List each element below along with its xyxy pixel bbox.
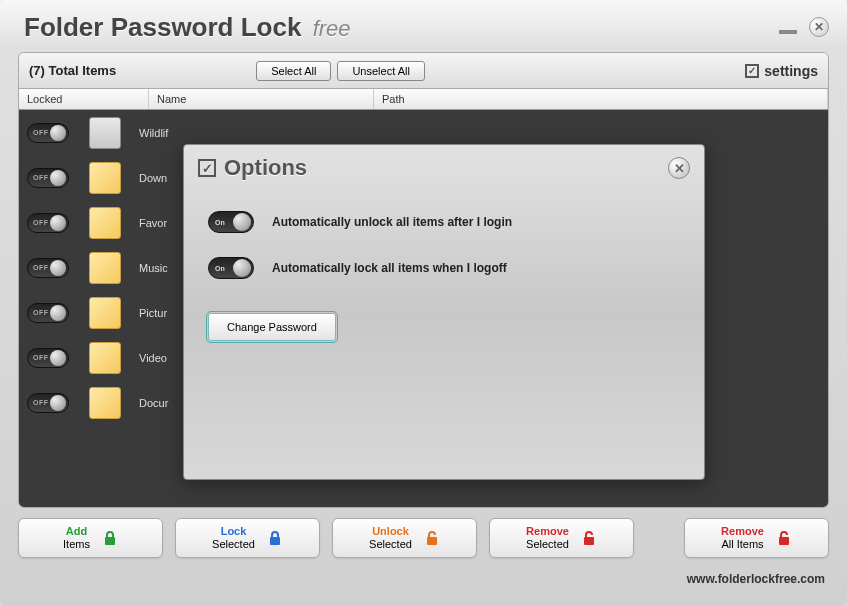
dialog-close-icon[interactable]: ✕ — [668, 157, 690, 179]
app-title: Folder Password Lock free — [24, 12, 351, 43]
row-name: Docur — [139, 397, 168, 409]
row-name: Down — [139, 172, 167, 184]
row-name: Video — [139, 352, 167, 364]
option-auto-unlock: On Automatically unlock all items after … — [208, 211, 680, 233]
lock-toggle[interactable]: OFF — [27, 348, 69, 368]
unlock-removeall-icon — [776, 530, 792, 546]
lock-toggle[interactable]: OFF — [27, 168, 69, 188]
lock-toggle[interactable]: OFF — [27, 393, 69, 413]
toggle-knob — [233, 259, 251, 277]
toolbar: (7) Total Items Select All Unselect All … — [19, 53, 828, 89]
total-items-label: (7) Total Items — [29, 63, 116, 78]
column-locked[interactable]: Locked — [19, 89, 149, 109]
dialog-body: On Automatically unlock all items after … — [184, 191, 704, 361]
unlock-icon — [424, 530, 440, 546]
toggle-knob — [50, 260, 66, 276]
column-name[interactable]: Name — [149, 89, 374, 109]
auto-unlock-toggle[interactable]: On — [208, 211, 254, 233]
lock-toggle[interactable]: OFF — [27, 123, 69, 143]
svg-rect-1 — [270, 537, 280, 545]
bottom-actions: AddItems LockSelected UnlockSelected Rem… — [0, 508, 847, 568]
lock-toggle[interactable]: OFF — [27, 213, 69, 233]
titlebar: Folder Password Lock free ✕ — [0, 0, 847, 52]
footer: www.folderlockfree.com — [0, 568, 847, 594]
select-all-button[interactable]: Select All — [256, 61, 331, 81]
folder-icon — [89, 252, 121, 284]
toggle-knob — [50, 215, 66, 231]
check-icon: ✓ — [198, 159, 216, 177]
remove-selected-button[interactable]: RemoveSelected — [489, 518, 634, 558]
window-controls: ✕ — [779, 17, 829, 37]
row-name: Wildlif — [139, 127, 168, 139]
toggle-knob — [50, 125, 66, 141]
app-window: Folder Password Lock free ✕ (7) Total It… — [0, 0, 847, 606]
row-name: Favor — [139, 217, 167, 229]
app-name: Folder Password Lock — [24, 12, 301, 42]
minimize-icon[interactable] — [779, 30, 797, 34]
lock-toggle[interactable]: OFF — [27, 303, 69, 323]
toolbar-buttons: Select All Unselect All — [256, 61, 425, 81]
toggle-knob — [50, 305, 66, 321]
footer-url[interactable]: www.folderlockfree.com — [687, 572, 825, 586]
lock-selected-button[interactable]: LockSelected — [175, 518, 320, 558]
toggle-knob — [233, 213, 251, 231]
option-auto-lock: On Automatically lock all items when I l… — [208, 257, 680, 279]
toggle-knob — [50, 350, 66, 366]
folder-icon — [89, 342, 121, 374]
lock-icon — [267, 530, 283, 546]
unlock-remove-icon — [581, 530, 597, 546]
settings-button[interactable]: ✓ settings — [745, 63, 818, 79]
auto-lock-toggle[interactable]: On — [208, 257, 254, 279]
change-password-button[interactable]: Change Password — [208, 313, 336, 341]
dialog-title: ✓ Options — [198, 155, 307, 181]
toggle-knob — [50, 170, 66, 186]
remove-all-button[interactable]: RemoveAll Items — [684, 518, 829, 558]
auto-lock-label: Automatically lock all items when I logo… — [272, 261, 507, 275]
app-edition: free — [313, 16, 351, 41]
folder-icon — [89, 297, 121, 329]
svg-rect-3 — [584, 537, 594, 545]
lock-toggle[interactable]: OFF — [27, 258, 69, 278]
options-dialog: ✓ Options ✕ On Automatically unlock all … — [183, 144, 705, 480]
row-name: Music — [139, 262, 168, 274]
toggle-knob — [50, 395, 66, 411]
folder-icon — [89, 162, 121, 194]
folder-icon — [89, 207, 121, 239]
add-items-button[interactable]: AddItems — [18, 518, 163, 558]
row-name: Pictur — [139, 307, 167, 319]
folder-icon — [89, 387, 121, 419]
close-icon[interactable]: ✕ — [809, 17, 829, 37]
unselect-all-button[interactable]: Unselect All — [337, 61, 424, 81]
table-header: Locked Name Path — [19, 89, 828, 110]
lock-add-icon — [102, 530, 118, 546]
auto-unlock-label: Automatically unlock all items after I l… — [272, 215, 512, 229]
unlock-selected-button[interactable]: UnlockSelected — [332, 518, 477, 558]
svg-rect-2 — [427, 537, 437, 545]
svg-rect-0 — [105, 537, 115, 545]
svg-rect-4 — [779, 537, 789, 545]
check-icon: ✓ — [745, 64, 759, 78]
dialog-header: ✓ Options ✕ — [184, 145, 704, 191]
column-path[interactable]: Path — [374, 89, 828, 109]
settings-label: settings — [764, 63, 818, 79]
wmv-icon — [89, 117, 121, 149]
